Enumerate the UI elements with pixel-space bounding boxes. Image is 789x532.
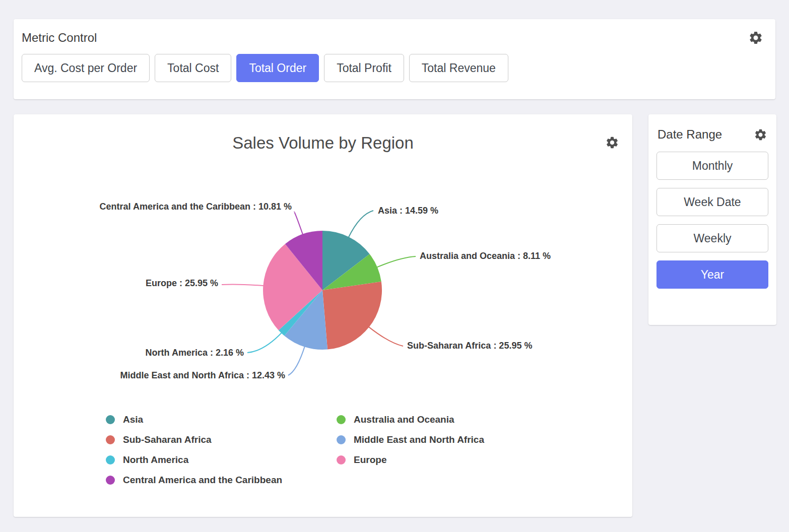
date-range-title: Date Range <box>658 127 722 142</box>
metric-button-total-profit[interactable]: Total Profit <box>324 54 404 82</box>
central-america-and-the-caribbean-value-label: Central America and the Caribbean : 10.8… <box>100 202 292 212</box>
date-range-buttons-group: MonthlyWeek DateWeeklyYear <box>648 142 776 289</box>
metric-button-total-cost[interactable]: Total Cost <box>155 54 231 82</box>
australia-and-oceania-value-label: Australia and Oceania : 8.11 % <box>420 251 551 261</box>
date-range-button-weekly[interactable]: Weekly <box>656 224 768 252</box>
europe-value-label: Europe : 25.95 % <box>146 278 218 288</box>
legend-dot <box>337 415 346 424</box>
legend-item-sub-saharan-africa[interactable]: Sub-Saharan Africa <box>106 434 337 445</box>
middle-east-and-north-africa-value-label: Middle East and North Africa : 12.43 % <box>120 370 285 380</box>
legend-item-middle-east-and-north-africa[interactable]: Middle East and North Africa <box>337 434 484 445</box>
legend-label: Europe <box>354 454 386 466</box>
date-range-button-year[interactable]: Year <box>656 260 768 289</box>
legend-label: Central America and the Caribbean <box>123 475 282 486</box>
central-america-and-the-caribbean-leader-line <box>294 212 303 235</box>
metric-control-panel: Metric Control Avg. Cost per OrderTotal … <box>14 19 775 99</box>
legend-dot <box>337 455 346 464</box>
legend-dot <box>106 476 115 485</box>
date-range-settings-gear-icon[interactable] <box>754 128 767 142</box>
north-america-leader-line <box>247 332 282 353</box>
sales-volume-chart-panel: Sales Volume by Region Asia : 14.59 %Aus… <box>14 114 632 517</box>
legend-item-europe[interactable]: Europe <box>337 454 484 466</box>
legend-label: Asia <box>123 414 143 425</box>
legend-dot <box>337 435 346 444</box>
date-range-header: Date Range <box>648 114 776 142</box>
metric-settings-gear-icon[interactable] <box>748 30 763 45</box>
gear-icon <box>754 128 767 142</box>
sub-saharan-africa-value-label: Sub-Saharan Africa : 25.95 % <box>407 341 532 351</box>
date-range-button-monthly[interactable]: Monthly <box>656 152 768 180</box>
pie-chart: Asia : 14.59 %Australia and Oceania : 8.… <box>14 195 632 412</box>
sub-saharan-africa-leader-line <box>368 326 403 346</box>
north-america-value-label: North America : 2.16 % <box>146 348 244 358</box>
australia-and-oceania-leader-line <box>376 256 416 268</box>
legend-label: Middle East and North Africa <box>354 434 484 445</box>
europe-leader-line <box>222 284 264 286</box>
metric-control-header: Metric Control <box>14 19 775 45</box>
date-range-panel: Date Range MonthlyWeek DateWeeklyYear <box>648 114 776 325</box>
chart-settings-gear-icon[interactable] <box>605 136 619 150</box>
chart-title: Sales Volume by Region <box>14 134 632 153</box>
metric-button-avg-cost-per-order[interactable]: Avg. Cost per Order <box>22 54 150 82</box>
gear-icon <box>748 30 763 45</box>
legend-item-north-america[interactable]: North America <box>106 454 337 466</box>
asia-leader-line <box>348 211 373 238</box>
legend-item-asia[interactable]: Asia <box>106 414 337 425</box>
metric-buttons-group: Avg. Cost per OrderTotal CostTotal Order… <box>14 45 775 82</box>
legend-label: North America <box>123 454 188 466</box>
middle-east-and-north-africa-leader-line <box>288 346 305 375</box>
date-range-button-week-date[interactable]: Week Date <box>656 188 768 216</box>
gear-icon <box>605 136 619 150</box>
legend-dot <box>106 435 115 444</box>
sub-saharan-africa-pie-slice[interactable] <box>322 282 382 350</box>
asia-value-label: Asia : 14.59 % <box>378 206 438 216</box>
metric-button-total-order[interactable]: Total Order <box>236 54 319 82</box>
metric-button-total-revenue[interactable]: Total Revenue <box>409 54 508 82</box>
legend-label: Sub-Saharan Africa <box>123 434 212 445</box>
legend-dot <box>106 415 115 424</box>
metric-control-title: Metric Control <box>22 31 97 45</box>
legend-dot <box>106 455 115 464</box>
legend-label: Australia and Oceania <box>354 414 454 425</box>
legend-item-australia-and-oceania[interactable]: Australia and Oceania <box>337 414 484 425</box>
chart-legend: AsiaAustralia and OceaniaSub-Saharan Afr… <box>106 414 484 486</box>
legend-item-central-america-and-the-caribbean[interactable]: Central America and the Caribbean <box>106 475 337 486</box>
